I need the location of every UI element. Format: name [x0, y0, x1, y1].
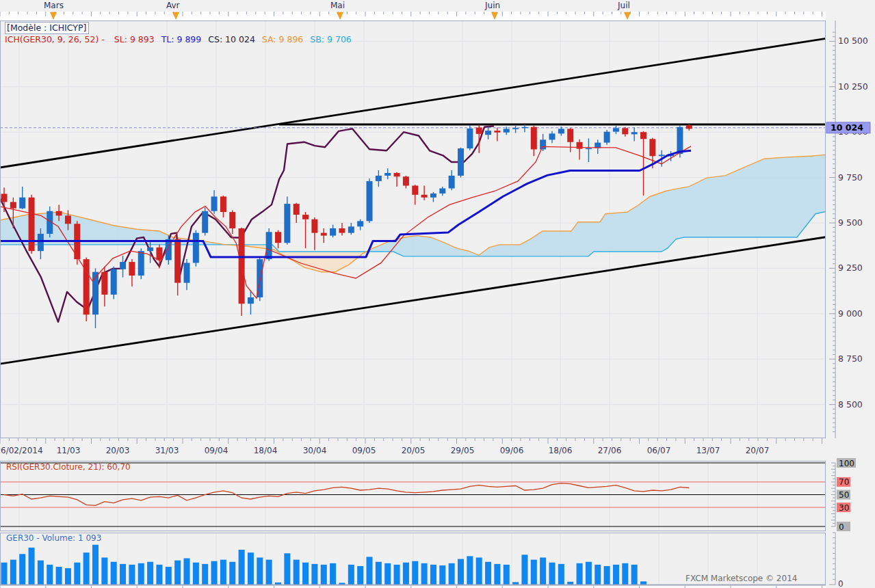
date-axis[interactable]: 26/02/201411/0320/0331/0309/0418/0430/04… — [0, 438, 826, 461]
volume-bar — [476, 557, 482, 585]
volume-bar — [147, 562, 153, 585]
bear-candle — [293, 204, 300, 215]
month-label: Juil — [618, 1, 630, 10]
bull-candle — [540, 139, 546, 149]
price-tick-label: 9 750 — [838, 172, 863, 183]
volume-bar — [156, 565, 162, 585]
month-marker-icon — [173, 12, 179, 19]
price-axis[interactable]: 10 50010 25010 0009 7509 5009 2509 0008 … — [826, 0, 875, 588]
volume-bar — [129, 565, 135, 585]
bull-candle — [504, 129, 510, 132]
volume-bar — [330, 563, 336, 585]
bull-candle — [284, 204, 290, 243]
model-name: [Modèle : ICHICYP] — [5, 22, 89, 34]
bull-candle — [430, 193, 436, 198]
svg-text:10 024: 10 024 — [831, 122, 863, 133]
bear-candle — [229, 212, 235, 228]
bull-candle — [613, 128, 619, 131]
date-tick-label: 13/07 — [696, 446, 720, 455]
bear-candle — [311, 219, 317, 233]
main-chart-panel[interactable] — [0, 21, 826, 438]
volume-bar — [293, 560, 300, 585]
bear-candle — [476, 128, 482, 134]
volume-bar — [248, 552, 254, 585]
rsi-axis-badge: 0 — [837, 522, 850, 532]
volume-bar — [29, 548, 35, 585]
date-tick-label: 09/05 — [352, 446, 376, 455]
rsi-axis-badge: 50 — [837, 490, 850, 500]
bear-candle — [29, 198, 35, 251]
volume-bar — [229, 562, 235, 585]
volume-bar — [65, 568, 71, 585]
model-label: [Modèle : ICHICYP] — [5, 23, 89, 34]
date-tick-label: 06/07 — [647, 446, 671, 455]
bull-candle — [211, 196, 218, 211]
rsi-label: RSI(GER30.Cloture, 21): 60,70 — [6, 462, 131, 472]
volume-bar — [439, 565, 445, 585]
price-tick-label: 8 500 — [838, 399, 863, 410]
bull-candle — [330, 228, 336, 236]
volume-bar — [586, 562, 592, 585]
bull-candle — [439, 189, 445, 193]
volume-bar — [348, 565, 354, 585]
volume-bar — [504, 565, 510, 585]
bull-candle — [367, 181, 373, 221]
price-tick-label: 10 500 — [838, 36, 868, 46]
bull-candle — [248, 297, 254, 304]
bull-candle — [467, 129, 473, 148]
price-tick-label: 8 750 — [838, 353, 863, 364]
bear-candle — [56, 211, 62, 216]
bear-candle — [275, 232, 281, 243]
volume-bar — [101, 557, 107, 585]
volume-bar — [1, 563, 8, 585]
volume-bar — [494, 564, 500, 585]
current-price-badge: 10 024 — [826, 122, 870, 133]
bear-candle — [321, 233, 327, 236]
bull-candle — [586, 148, 592, 150]
bear-candle — [101, 272, 107, 295]
volume-bar — [83, 552, 90, 585]
legend-part: ICH(GER30, 9, 26, 52) - — [5, 34, 107, 44]
bear-candle — [174, 239, 181, 283]
bull-candle — [147, 248, 153, 251]
bull-candle — [449, 176, 455, 189]
volume-bar — [193, 563, 199, 585]
bear-candle — [339, 228, 345, 233]
bull-candle — [376, 176, 382, 181]
volume-bar — [549, 563, 556, 585]
volume-bar — [403, 563, 409, 585]
volume-label: GER30 - Volume: 1 093 — [6, 533, 101, 543]
volume-bar — [357, 566, 363, 585]
bull-candle — [521, 127, 527, 129]
bear-candle — [640, 132, 647, 139]
volume-bar — [467, 556, 473, 585]
month-label: Mars — [44, 1, 64, 10]
volume-bar — [558, 564, 564, 585]
volume-bar — [239, 550, 245, 585]
month-marker-icon — [492, 12, 498, 19]
bear-candle — [421, 195, 428, 198]
rsi-axis-badge: 100 — [837, 458, 856, 468]
bear-candle — [531, 127, 537, 150]
month-label: Avr — [166, 1, 180, 10]
time-ruler[interactable] — [0, 12, 826, 21]
volume-bar — [367, 557, 373, 585]
bear-candle — [129, 262, 135, 276]
bull-candle — [184, 263, 190, 282]
volume-bar — [211, 561, 218, 585]
volume-bar — [512, 582, 519, 585]
date-tick-label: 31/03 — [155, 446, 179, 455]
bull-candle — [458, 148, 464, 176]
bull-candle — [549, 133, 556, 139]
volume-bar — [421, 563, 428, 585]
legend-part: SL: 9 893 — [114, 34, 155, 44]
bull-candle — [202, 211, 208, 233]
volume-bar — [257, 557, 263, 585]
bull-candle — [631, 132, 638, 134]
bear-candle — [302, 215, 309, 219]
volume-bar — [631, 565, 638, 585]
bull-candle — [266, 232, 272, 259]
bear-candle — [220, 196, 226, 212]
date-tick-label: 20/03 — [106, 446, 130, 455]
bull-candle — [193, 233, 199, 263]
